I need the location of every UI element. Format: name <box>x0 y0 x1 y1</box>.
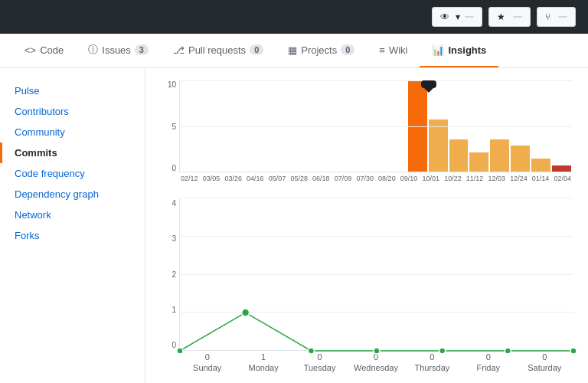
sidebar: Pulse Contributors Community Commits Cod… <box>0 68 145 383</box>
tab-insights[interactable]: 📊 Insights <box>420 34 498 67</box>
x-label: 12/03 <box>486 175 507 182</box>
tab-projects-label: Projects <box>301 44 337 56</box>
sidebar-item-community[interactable]: Community <box>0 122 145 142</box>
line-count-label: 0 <box>404 352 460 362</box>
bar-item[interactable] <box>511 146 530 172</box>
x-label: 08/20 <box>377 175 397 182</box>
sidebar-item-contributors[interactable]: Contributors <box>0 101 145 122</box>
x-label: 01/14 <box>531 175 551 182</box>
bar-item[interactable] <box>531 159 550 172</box>
sidebar-item-commits[interactable]: Commits <box>0 142 145 163</box>
line-y-1: 1 <box>172 306 176 314</box>
fork-count <box>558 16 567 18</box>
issues-badge: 3 <box>135 44 149 55</box>
sidebar-item-forks[interactable]: Forks <box>0 225 145 246</box>
sidebar-item-pulse[interactable]: Pulse <box>0 80 145 101</box>
header: 👁 ▾ ★ ⑂ <box>0 0 588 34</box>
line-count-label: 0 <box>517 352 573 362</box>
gridline-mid <box>180 126 573 127</box>
sidebar-item-dependency-graph[interactable]: Dependency graph <box>0 184 145 205</box>
line-y-0: 0 <box>172 341 176 349</box>
x-label: 06/18 <box>311 175 332 182</box>
line-days-row: SundayMondayTuesdayWednesdayThursdayFrid… <box>179 362 573 372</box>
tab-pr-label: Pull requests <box>188 44 246 56</box>
commit-chart-area: 10 5 0 02/120 <box>161 80 573 182</box>
main-layout: Pulse Contributors Community Commits Cod… <box>0 68 588 383</box>
x-label: 11/12 <box>465 175 485 182</box>
svg-point-0 <box>177 348 183 354</box>
header-right: 👁 ▾ ★ ⑂ <box>432 7 576 27</box>
tab-wiki-label: Wiki <box>389 44 408 56</box>
x-label: 07/30 <box>354 175 375 182</box>
x-label: 09/10 <box>399 175 420 182</box>
projects-icon: ▦ <box>288 44 297 56</box>
line-y-2: 2 <box>172 270 176 279</box>
bar-item[interactable] <box>469 152 488 172</box>
line-area <box>179 198 573 351</box>
svg-point-1 <box>242 309 250 316</box>
x-label: 05/07 <box>267 175 288 182</box>
x-label: 05/28 <box>289 175 309 182</box>
x-labels-row: 02/1203/0503/2604/1605/0705/2806/1807/09… <box>179 172 573 182</box>
content: 10 5 0 02/120 <box>145 68 588 383</box>
y-label-5: 5 <box>172 123 176 131</box>
star-icon: ★ <box>497 11 505 22</box>
star-count <box>513 16 522 18</box>
tab-code[interactable]: <> Code <box>12 34 76 67</box>
x-label: 03/05 <box>201 175 222 182</box>
x-label: 10/22 <box>443 175 463 182</box>
nav-tabs: <> Code ⓘ Issues 3 ⎇ Pull requests 0 ▦ P… <box>0 34 588 68</box>
x-label: 10/01 <box>420 175 441 182</box>
tab-pull-requests[interactable]: ⎇ Pull requests 0 <box>161 34 276 67</box>
sidebar-item-code-frequency[interactable]: Code frequency <box>0 163 145 184</box>
fork-icon: ⑂ <box>545 11 550 22</box>
x-label: 04/16 <box>245 175 266 182</box>
line-count-label: 0 <box>292 352 348 362</box>
code-icon: <> <box>24 44 36 56</box>
tab-projects[interactable]: ▦ Projects 0 <box>276 34 367 67</box>
line-count-label: 1 <box>235 352 291 362</box>
commit-tooltip <box>421 80 436 88</box>
line-day-label: Thursday <box>404 363 460 372</box>
bar-item[interactable] <box>429 119 448 172</box>
line-day-label: Monday <box>235 363 291 372</box>
watch-count <box>465 16 474 18</box>
y-label-10: 10 <box>168 80 176 89</box>
eye-icon: 👁 <box>440 11 449 22</box>
line-day-label: Wednesday <box>348 363 403 372</box>
bar-item[interactable] <box>449 139 469 172</box>
line-count-label: 0 <box>179 352 235 362</box>
bar-item[interactable] <box>552 165 571 172</box>
line-y-4: 4 <box>172 199 176 208</box>
watch-button[interactable]: 👁 ▾ <box>432 7 482 27</box>
line-y-3: 3 <box>172 234 176 243</box>
x-label: 03/26 <box>223 175 243 182</box>
line-chart-section: 4 3 2 1 0 0100000 <box>161 198 573 372</box>
star-button[interactable]: ★ <box>488 7 531 27</box>
fork-button[interactable]: ⑂ <box>537 7 576 27</box>
line-day-label: Friday <box>460 363 516 372</box>
x-label: 02/12 <box>179 175 200 182</box>
svg-point-2 <box>308 348 314 354</box>
tab-code-label: Code <box>40 44 64 56</box>
tab-wiki[interactable]: ≡ Wiki <box>367 34 420 67</box>
pr-icon: ⎇ <box>173 44 185 56</box>
x-label: 12/24 <box>508 175 529 182</box>
wiki-icon: ≡ <box>379 44 385 56</box>
sidebar-item-network[interactable]: Network <box>0 205 145 225</box>
projects-badge: 0 <box>341 44 354 55</box>
x-label: 02/04 <box>552 175 573 182</box>
y-label-0: 0 <box>172 164 176 172</box>
gridline-top <box>180 80 573 81</box>
line-day-label: Sunday <box>179 363 235 372</box>
svg-point-3 <box>374 348 380 354</box>
line-day-label: Saturday <box>517 363 573 372</box>
watch-dropdown-icon: ▾ <box>456 11 460 22</box>
tab-issues[interactable]: ⓘ Issues 3 <box>76 34 161 67</box>
tab-insights-label: Insights <box>448 44 486 56</box>
bar-item[interactable] <box>490 139 509 172</box>
line-svg <box>180 198 573 350</box>
x-label: 07/09 <box>333 175 354 182</box>
svg-point-5 <box>505 348 511 354</box>
svg-point-4 <box>439 348 446 354</box>
